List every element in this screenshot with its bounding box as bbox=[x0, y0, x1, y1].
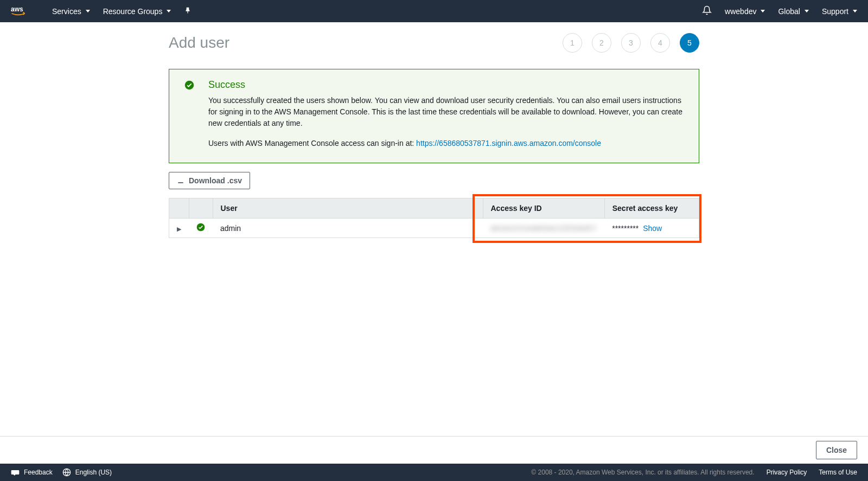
col-access-key: Access key ID bbox=[483, 198, 604, 219]
col-status bbox=[189, 198, 213, 219]
privacy-link[interactable]: Privacy Policy bbox=[767, 469, 807, 476]
terms-link[interactable]: Terms of Use bbox=[819, 469, 857, 476]
step-indicator: 1 2 3 4 5 bbox=[563, 33, 699, 53]
services-label: Services bbox=[52, 7, 81, 16]
col-user: User bbox=[213, 198, 483, 219]
step-3: 3 bbox=[621, 33, 641, 53]
feedback-label: Feedback bbox=[24, 469, 53, 476]
step-1: 1 bbox=[563, 33, 582, 53]
language-selector[interactable]: English (US) bbox=[62, 468, 112, 477]
copyright: © 2008 - 2020, Amazon Web Services, Inc.… bbox=[531, 469, 754, 476]
caret-down-icon bbox=[86, 10, 90, 12]
success-check-icon bbox=[184, 80, 194, 147]
step-5: 5 bbox=[680, 33, 699, 53]
download-csv-label: Download .csv bbox=[189, 176, 242, 185]
svg-text:aws: aws bbox=[11, 5, 23, 13]
main-content: Add user 1 2 3 4 5 Success You successfu… bbox=[0, 22, 868, 436]
col-expand bbox=[169, 198, 189, 219]
aws-logo[interactable]: aws bbox=[11, 5, 30, 17]
services-menu[interactable]: Services bbox=[52, 7, 90, 16]
secret-mask: ********* bbox=[612, 224, 639, 233]
language-label: English (US) bbox=[75, 469, 112, 476]
col-secret-key: Secret access key bbox=[604, 198, 699, 219]
notifications-icon[interactable] bbox=[702, 5, 712, 17]
show-secret-link[interactable]: Show bbox=[643, 224, 662, 233]
page-title: Add user bbox=[169, 34, 229, 52]
close-button[interactable]: Close bbox=[816, 441, 857, 459]
support-menu[interactable]: Support bbox=[822, 7, 857, 16]
users-table: User Access key ID Secret access key ▶ bbox=[169, 198, 699, 238]
caret-down-icon bbox=[761, 10, 765, 12]
feedback-link[interactable]: Feedback bbox=[11, 468, 53, 477]
globe-icon bbox=[62, 468, 71, 477]
signin-url-link[interactable]: https://658680537871.signin.aws.amazon.c… bbox=[416, 139, 601, 147]
support-label: Support bbox=[822, 7, 848, 16]
access-key-value: AKIAXXXXAWSACCESSKEY bbox=[490, 224, 597, 233]
resource-groups-menu[interactable]: Resource Groups bbox=[103, 7, 171, 16]
account-menu[interactable]: wwebdev bbox=[725, 7, 765, 16]
username-label: wwebdev bbox=[725, 7, 756, 16]
resource-groups-label: Resource Groups bbox=[103, 7, 163, 16]
bottom-action-bar: Close bbox=[0, 436, 868, 464]
success-signin: Users with AWS Management Console access… bbox=[208, 139, 682, 147]
footer: Feedback English (US) © 2008 - 2020, Ama… bbox=[0, 464, 868, 481]
step-2: 2 bbox=[592, 33, 611, 53]
signin-prefix: Users with AWS Management Console access… bbox=[208, 139, 416, 147]
caret-down-icon bbox=[167, 10, 171, 12]
pin-icon[interactable] bbox=[184, 7, 192, 16]
user-cell: admin bbox=[213, 219, 483, 238]
success-body: You successfully created the users shown… bbox=[208, 95, 682, 129]
table-row: ▶ admin AKIAXXXXAWSACCESSKEY ********* S… bbox=[169, 219, 699, 238]
region-label: Global bbox=[778, 7, 800, 16]
caret-down-icon bbox=[805, 10, 809, 12]
top-nav: aws Services Resource Groups wwebdev Glo… bbox=[0, 0, 868, 22]
step-4: 4 bbox=[650, 33, 670, 53]
download-csv-button[interactable]: Download .csv bbox=[169, 172, 250, 189]
region-menu[interactable]: Global bbox=[778, 7, 808, 16]
row-status-check-icon bbox=[196, 225, 205, 233]
chat-icon bbox=[11, 468, 20, 477]
success-title: Success bbox=[208, 79, 682, 91]
caret-down-icon bbox=[853, 10, 857, 12]
success-alert: Success You successfully created the use… bbox=[169, 69, 699, 163]
expand-row-icon[interactable]: ▶ bbox=[177, 226, 181, 232]
